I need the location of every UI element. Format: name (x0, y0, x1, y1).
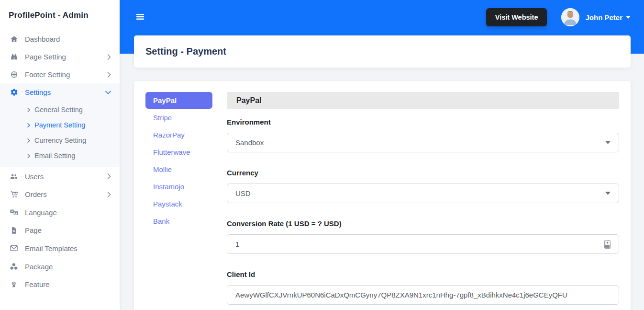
chevron-right-icon (27, 154, 30, 158)
tab-paypal[interactable]: PayPal (145, 92, 212, 109)
sidebar-item-label: Language (25, 208, 111, 217)
app-title: ProfilePoint - Admin (0, 0, 120, 30)
sidebar-item-orders[interactable]: Orders (0, 185, 120, 203)
user-name: John Peter (585, 13, 622, 22)
form-group-environment: EnvironmentSandbox (227, 118, 619, 152)
app-root: ProfilePoint - Admin DashboardPage Setti… (0, 0, 644, 310)
tab-instamojo[interactable]: Instamojo (145, 178, 212, 195)
sidebar-group-settings: SettingsGeneral SettingPayment SettingCu… (0, 83, 120, 167)
sidebar-item-package[interactable]: Package (0, 257, 120, 276)
tab-flutterwave[interactable]: Flutterwave (145, 144, 212, 161)
tab-paystack[interactable]: Paystack (145, 195, 212, 212)
sidebar-item-page-setting[interactable]: Page Setting (0, 48, 120, 66)
sidebar-item-label: Orders (25, 190, 107, 198)
chevron-right-icon (107, 54, 111, 60)
sidebar-subitem-currency-setting[interactable]: Currency Setting (0, 133, 120, 148)
chevron-right-icon (27, 123, 30, 127)
home-icon (9, 35, 19, 43)
sidebar-item-label: Page (25, 226, 111, 234)
sidebar-group-language: ALanguage (0, 203, 120, 221)
main-column: Visit Website John Peter Setting - Payme… (120, 0, 644, 310)
currency-select[interactable]: USD (227, 184, 619, 203)
page-title: Setting - Payment (145, 46, 619, 57)
form-group-conversion-rate-1-usd-usd: Conversion Rate (1 USD = ? USD)1▲ (227, 219, 619, 254)
sidebar-subitem-payment-setting[interactable]: Payment Setting (0, 117, 120, 133)
page-title-card: Setting - Payment (134, 35, 631, 68)
chevron-right-icon (107, 72, 111, 78)
content-card: PayPalStripeRazorPayFlutterwaveMollieIns… (134, 81, 631, 310)
field-value: AewyWGlfCXJVrnkUP60N6iCaDxQmCGyny7QP8ZXA… (235, 291, 611, 299)
chevron-right-icon (107, 173, 111, 179)
sidebar-group-users: Users (0, 167, 120, 185)
sidebar-item-label: Settings (25, 88, 105, 96)
avatar[interactable] (561, 8, 579, 26)
sidebar-group-page: Page (0, 221, 120, 239)
sidebar-subitem-label: Email Setting (34, 152, 75, 160)
tab-bank[interactable]: Bank (145, 213, 212, 230)
language-icon: A (9, 208, 19, 217)
sidebar-group-package: Package (0, 257, 120, 276)
payment-method-tabs: PayPalStripeRazorPayFlutterwaveMollieIns… (145, 92, 212, 310)
sidebar-item-label: Footer Setting (25, 70, 107, 79)
sidebar-group-dashboard: Dashboard (0, 30, 120, 48)
file-icon (9, 227, 19, 234)
menu-toggle-button[interactable] (134, 11, 146, 24)
chevron-right-icon (27, 138, 30, 143)
select-caret-icon (605, 192, 611, 195)
sidebar-item-footer-setting[interactable]: Footer Setting (0, 66, 120, 83)
sidebar-item-label: Email Templates (25, 244, 111, 253)
field-value: 1 (235, 240, 604, 248)
cart-plus-icon (9, 190, 19, 198)
sidebar-item-label: Page Setting (25, 53, 107, 61)
sidebar-group-orders: Orders (0, 185, 120, 203)
environment-select[interactable]: Sandbox (227, 133, 619, 152)
sidebar-item-page[interactable]: Page (0, 221, 120, 239)
panel-header: PayPal (227, 92, 619, 109)
chevron-right-icon (27, 108, 30, 112)
gear-icon (9, 88, 19, 96)
sidebar: ProfilePoint - Admin DashboardPage Setti… (0, 0, 120, 310)
conversion-rate-1-usd-usd-input[interactable]: 1▲ (227, 234, 619, 254)
bars-icon (135, 11, 145, 23)
sidebar-item-email-templates[interactable]: Email Templates (0, 239, 120, 257)
sidebar-subitem-general-setting[interactable]: General Setting (0, 102, 120, 117)
sidebar-submenu: General SettingPayment SettingCurrency S… (0, 101, 120, 167)
cubes-icon (9, 262, 19, 271)
tab-razorpay[interactable]: RazorPay (145, 126, 212, 143)
settings-form: EnvironmentSandboxCurrencyUSDConversion … (227, 118, 619, 305)
visit-website-button[interactable]: Visit Website (486, 8, 547, 26)
sidebar-item-label: Dashboard (25, 35, 111, 43)
field-value: USD (235, 189, 605, 197)
conversion-rate-1-usd-usd-label: Conversion Rate (1 USD = ? USD) (227, 219, 619, 228)
client-id-label: Client Id (227, 270, 619, 278)
tab-stripe[interactable]: Stripe (145, 109, 212, 126)
form-group-currency: CurrencyUSD (227, 169, 619, 203)
sidebar-subitem-email-setting[interactable]: Email Setting (0, 148, 120, 163)
chevron-right-icon (107, 192, 111, 197)
sidebar-item-feature[interactable]: Feature (0, 276, 120, 293)
tab-mollie[interactable]: Mollie (145, 161, 212, 178)
user-menu[interactable]: John Peter (561, 8, 631, 26)
sidebar-group-footer-setting: Footer Setting (0, 66, 120, 83)
wheel-icon (9, 70, 19, 79)
sidebar-item-language[interactable]: ALanguage (0, 203, 120, 221)
sidebar-group-page-setting: Page Setting (0, 48, 120, 66)
sidebar-item-label: Package (25, 263, 111, 271)
sidebar-item-label: Feature (25, 280, 111, 288)
field-value: Sandbox (235, 138, 605, 147)
sidebar-item-users[interactable]: Users (0, 167, 120, 185)
number-spinner[interactable]: ▲ (604, 240, 611, 249)
sidebar-item-dashboard[interactable]: Dashboard (0, 30, 120, 48)
envelope-icon (9, 244, 19, 253)
sidebar-nav: DashboardPage SettingFooter SettingSetti… (0, 30, 120, 293)
sidebar-item-label: Users (25, 172, 107, 181)
client-id-input[interactable]: AewyWGlfCXJVrnkUP60N6iCaDxQmCGyny7QP8ZXA… (227, 285, 619, 305)
users-icon (9, 172, 19, 181)
environment-label: Environment (227, 118, 619, 126)
binoculars-icon (9, 53, 19, 61)
sidebar-item-settings[interactable]: Settings (0, 83, 120, 101)
sidebar-group-feature: Feature (0, 276, 120, 293)
currency-label: Currency (227, 169, 619, 177)
svg-text:A: A (11, 210, 13, 213)
sidebar-subitem-label: Payment Setting (34, 121, 85, 129)
